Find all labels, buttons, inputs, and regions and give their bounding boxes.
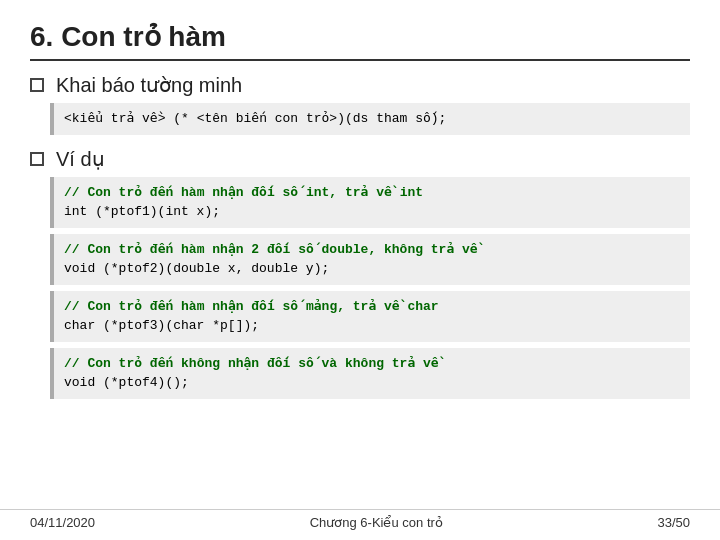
section-khai-bao-heading: Khai báo tường minh xyxy=(30,73,690,97)
footer-date: 04/11/2020 xyxy=(30,515,95,530)
code-block-example1: // Con trỏ đến hàm nhận đối số int, trả … xyxy=(50,177,690,228)
slide: 6. Con trỏ hàm Khai báo tường minh <kiểu… xyxy=(0,0,720,540)
code-block-example2: // Con trỏ đến hàm nhận 2 đối số double,… xyxy=(50,234,690,285)
code-block-example3: // Con trỏ đến hàm nhận đối số mảng, trả… xyxy=(50,291,690,342)
content-area: Khai báo tường minh <kiểu trả về> (* <tê… xyxy=(30,73,690,399)
bullet-icon-2 xyxy=(30,152,44,166)
bullet-icon-1 xyxy=(30,78,44,92)
code-example1-line1: // Con trỏ đến hàm nhận đối số int, trả … xyxy=(64,183,680,203)
code-example4-line2: void (*ptof4)(); xyxy=(64,373,680,393)
section-khai-bao-label: Khai báo tường minh xyxy=(56,73,242,97)
section-vi-du-label: Ví dụ xyxy=(56,147,105,171)
code-block-syntax: <kiểu trả về> (* <tên biến con trỏ>)(ds … xyxy=(50,103,690,135)
footer: 04/11/2020 Chương 6-Kiểu con trỏ 33/50 xyxy=(0,509,720,530)
slide-title: 6. Con trỏ hàm xyxy=(30,20,690,61)
section-vi-du-heading: Ví dụ xyxy=(30,147,690,171)
code-block-example4: // Con trỏ đến không nhận đối số và khôn… xyxy=(50,348,690,399)
code-example2-line1: // Con trỏ đến hàm nhận 2 đối số double,… xyxy=(64,240,680,260)
footer-chapter: Chương 6-Kiểu con trỏ xyxy=(310,515,443,530)
footer-page: 33/50 xyxy=(657,515,690,530)
code-example4-line1: // Con trỏ đến không nhận đối số và khôn… xyxy=(64,354,680,374)
code-example2-line2: void (*ptof2)(double x, double y); xyxy=(64,259,680,279)
code-example3-line2: char (*ptof3)(char *p[]); xyxy=(64,316,680,336)
code-example1-line2: int (*ptof1)(int x); xyxy=(64,202,680,222)
code-example3-line1: // Con trỏ đến hàm nhận đối số mảng, trả… xyxy=(64,297,680,317)
code-syntax-line: <kiểu trả về> (* <tên biến con trỏ>)(ds … xyxy=(64,111,446,126)
